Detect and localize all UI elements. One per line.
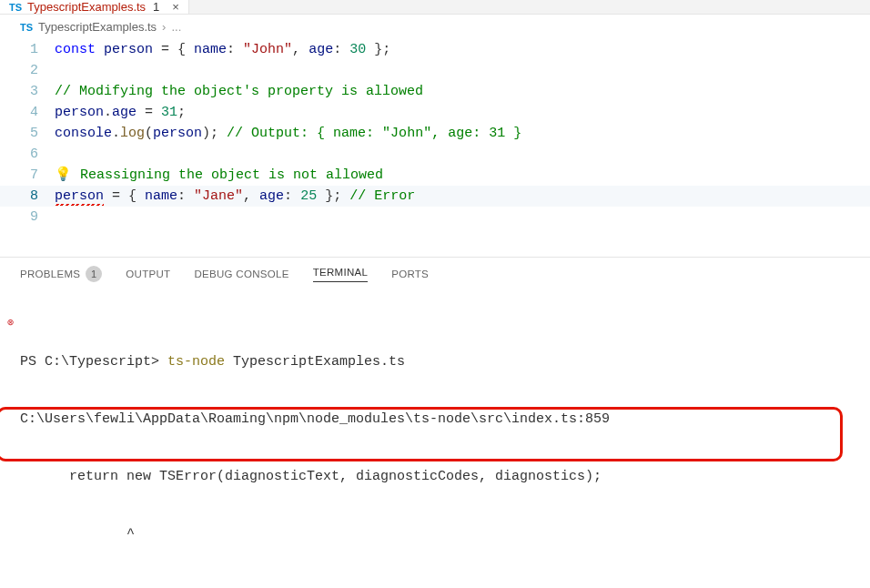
tab-problems[interactable]: PROBLEMS 1 — [20, 266, 102, 282]
problems-count-badge: 1 — [86, 266, 102, 282]
code-line: 2 — [0, 60, 870, 81]
tab-output[interactable]: OUTPUT — [126, 269, 170, 279]
line-number: 4 — [0, 102, 55, 123]
line-number: 7 — [0, 165, 55, 186]
error-dot-icon: ⊗ — [7, 314, 14, 333]
line-number: 2 — [0, 60, 55, 81]
editor-tab[interactable]: TS TypescriptExamples.ts 1 × — [0, 0, 189, 14]
terminal-output[interactable]: ⊗ PS C:\Typescript> ts-node TypescriptEx… — [0, 288, 870, 588]
line-number: 1 — [0, 39, 55, 60]
code-line: 5 console.log(person); // Output: { name… — [0, 123, 870, 144]
code-line: 1 const person = { name: "John", age: 30… — [0, 39, 870, 60]
code-line: 8 person = { name: "Jane", age: 25 }; //… — [0, 186, 870, 207]
code-line: 4 person.age = 31; — [0, 102, 870, 123]
tab-modified-indicator: 1 — [153, 0, 159, 14]
line-number: 9 — [0, 207, 55, 228]
tab-terminal[interactable]: TERMINAL — [313, 267, 369, 282]
code-line: 3 // Modifying the object's property is … — [0, 81, 870, 102]
line-number: 6 — [0, 144, 55, 165]
tab-ports[interactable]: PORTS — [391, 269, 429, 279]
breadcrumb-more[interactable]: ... — [171, 20, 181, 34]
code-line: 9 — [0, 207, 870, 228]
code-line: 7 💡 Reassigning the object is not allowe… — [0, 165, 870, 186]
line-number: 5 — [0, 123, 55, 144]
code-editor[interactable]: 1 const person = { name: "John", age: 30… — [0, 39, 870, 235]
editor-tab-bar: TS TypescriptExamples.ts 1 × — [0, 0, 870, 15]
error-squiggle: person — [55, 188, 104, 204]
chevron-right-icon: › — [162, 20, 166, 34]
typescript-icon: TS — [9, 2, 22, 13]
tab-filename: TypescriptExamples.ts — [27, 0, 146, 14]
typescript-icon: TS — [20, 22, 33, 33]
close-icon[interactable]: × — [172, 0, 179, 14]
breadcrumb: TS TypescriptExamples.ts › ... — [0, 15, 870, 39]
tab-debug-console[interactable]: DEBUG CONSOLE — [194, 269, 288, 279]
lightbulb-icon[interactable]: 💡 — [55, 167, 72, 183]
breadcrumb-file[interactable]: TypescriptExamples.ts — [38, 20, 157, 34]
line-number: 8 — [0, 186, 55, 207]
code-line: 6 — [0, 144, 870, 165]
line-number: 3 — [0, 81, 55, 102]
bottom-panel: PROBLEMS 1 OUTPUT DEBUG CONSOLE TERMINAL… — [0, 257, 870, 588]
panel-tabs: PROBLEMS 1 OUTPUT DEBUG CONSOLE TERMINAL… — [0, 257, 870, 288]
